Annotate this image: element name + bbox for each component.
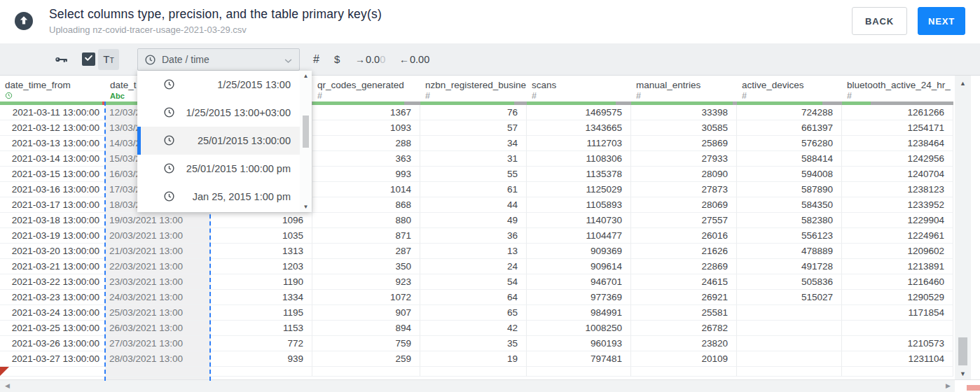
table-cell[interactable]: 1105893: [527, 197, 631, 213]
dropdown-scroll-up-icon[interactable]: ▲: [300, 73, 312, 79]
table-cell[interactable]: 594008: [737, 167, 842, 182]
column-header-manual_entries[interactable]: manual_entries#: [631, 76, 737, 105]
table-cell[interactable]: 2021-03-18 13:00:00: [0, 213, 105, 228]
table-cell[interactable]: 724288: [737, 105, 842, 120]
table-cell[interactable]: 1210573: [842, 336, 953, 351]
table-cell[interactable]: 22869: [631, 259, 737, 274]
table-cell[interactable]: 2021-03-19 13:00:00: [0, 228, 105, 244]
table-cell[interactable]: 21626: [631, 244, 737, 259]
table-cell[interactable]: 1367: [312, 105, 420, 120]
table-cell[interactable]: 2021-03-15 13:00:00: [0, 167, 105, 182]
table-cell[interactable]: 2021-03-12 13:00:00: [0, 120, 105, 136]
table-cell[interactable]: 24: [420, 259, 527, 274]
table-cell[interactable]: 1108306: [527, 151, 631, 167]
table-cell[interactable]: 33398: [631, 105, 737, 120]
table-cell[interactable]: 894: [312, 321, 420, 336]
type-dropdown[interactable]: Date / time: [137, 48, 300, 71]
dropdown-option[interactable]: 1/25/2015 13:00: [137, 71, 312, 99]
vertical-scrollbar[interactable]: ▲ ▼: [955, 76, 971, 382]
table-cell[interactable]: 939: [211, 351, 312, 367]
column-header-qr_codes_generated[interactable]: qr_codes_generated#: [312, 76, 420, 105]
column-header-scans[interactable]: scans#: [527, 76, 631, 105]
table-cell[interactable]: 1153: [211, 321, 312, 336]
dropdown-option[interactable]: Jan 25, 2015 1:00 pm: [137, 183, 312, 211]
table-cell[interactable]: 54: [420, 274, 527, 290]
table-cell[interactable]: 2021-03-17 13:00:00: [0, 197, 105, 213]
table-cell[interactable]: 1072: [312, 290, 420, 305]
table-cell[interactable]: 1035: [211, 228, 312, 244]
table-cell[interactable]: 587890: [737, 182, 842, 197]
table-cell[interactable]: 25/03/2021 13:00: [105, 305, 211, 321]
table-cell[interactable]: 61: [420, 182, 527, 197]
table-cell[interactable]: 1224961: [842, 228, 953, 244]
next-button[interactable]: NEXT: [918, 7, 965, 35]
table-cell[interactable]: 64: [420, 290, 527, 305]
column-header-active_devices[interactable]: active_devices#: [737, 76, 842, 105]
table-cell[interactable]: 27933: [631, 151, 737, 167]
table-cell[interactable]: 584350: [737, 197, 842, 213]
dropdown-option[interactable]: 25/01/2015 13:00:00: [137, 127, 312, 155]
table-cell[interactable]: 2021-03-20 13:00:00: [0, 244, 105, 259]
table-cell[interactable]: 960193: [527, 336, 631, 351]
table-cell[interactable]: [737, 367, 842, 377]
table-cell[interactable]: 1231104: [842, 351, 953, 367]
table-cell[interactable]: 871: [312, 228, 420, 244]
column-header-date_time_from[interactable]: date_time_from: [0, 76, 105, 105]
table-cell[interactable]: 1290529: [842, 290, 953, 305]
table-cell[interactable]: 1008250: [527, 321, 631, 336]
dropdown-scroll-down-icon[interactable]: ▼: [300, 204, 312, 210]
table-cell[interactable]: 26016: [631, 228, 737, 244]
table-cell[interactable]: 759: [312, 336, 420, 351]
table-cell[interactable]: [737, 321, 842, 336]
table-cell[interactable]: 880: [312, 213, 420, 228]
table-cell[interactable]: 259: [312, 351, 420, 367]
table-cell[interactable]: 1238464: [842, 136, 953, 151]
primary-key-icon[interactable]: [53, 52, 69, 70]
table-cell[interactable]: 868: [312, 197, 420, 213]
table-cell[interactable]: 1135378: [527, 167, 631, 182]
table-cell[interactable]: 23820: [631, 336, 737, 351]
table-cell[interactable]: 65: [420, 305, 527, 321]
table-cell[interactable]: 27873: [631, 182, 737, 197]
table-cell[interactable]: 909614: [527, 259, 631, 274]
table-cell[interactable]: [420, 367, 527, 377]
table-cell[interactable]: 1014: [312, 182, 420, 197]
table-cell[interactable]: 1233952: [842, 197, 953, 213]
table-cell[interactable]: [211, 367, 312, 377]
table-cell[interactable]: 26782: [631, 321, 737, 336]
dropdown-scrollbar[interactable]: ▲ ▼: [300, 71, 312, 212]
table-cell[interactable]: 1093: [312, 120, 420, 136]
table-cell[interactable]: 977369: [527, 290, 631, 305]
table-cell[interactable]: 350: [312, 259, 420, 274]
table-cell[interactable]: 588414: [737, 151, 842, 167]
table-cell[interactable]: 24615: [631, 274, 737, 290]
table-cell[interactable]: 24/03/2021 13:00: [105, 290, 211, 305]
table-cell[interactable]: 909369: [527, 244, 631, 259]
table-cell[interactable]: 2021-03-25 13:00:00: [0, 321, 105, 336]
back-button[interactable]: BACK: [852, 7, 907, 35]
table-cell[interactable]: 1261266: [842, 105, 953, 120]
table-cell[interactable]: 2021-03-24 13:00:00: [0, 305, 105, 321]
table-cell[interactable]: 661397: [737, 120, 842, 136]
table-cell[interactable]: 1195: [211, 305, 312, 321]
table-cell[interactable]: 2021-03-26 13:00:00: [0, 336, 105, 351]
table-cell[interactable]: 1334: [211, 290, 312, 305]
table-cell[interactable]: 907: [312, 305, 420, 321]
table-cell[interactable]: 772: [211, 336, 312, 351]
table-cell[interactable]: 923: [312, 274, 420, 290]
increase-decimal-button[interactable]: →0.00: [355, 43, 385, 76]
table-cell[interactable]: 1343665: [527, 120, 631, 136]
dropdown-option[interactable]: 1/25/2015 13:00+03:00: [137, 99, 312, 127]
table-cell[interactable]: 44: [420, 197, 527, 213]
table-cell[interactable]: 582380: [737, 213, 842, 228]
table-cell[interactable]: 1203: [211, 259, 312, 274]
checkbox[interactable]: [82, 52, 95, 66]
vertical-scrollbar-thumb[interactable]: [958, 337, 967, 365]
table-cell[interactable]: 288: [312, 136, 420, 151]
table-cell[interactable]: 1125029: [527, 182, 631, 197]
table-cell[interactable]: 1213891: [842, 259, 953, 274]
table-cell[interactable]: [631, 367, 737, 377]
table-cell[interactable]: 42: [420, 321, 527, 336]
table-cell[interactable]: 21/03/2021 13:00: [105, 244, 211, 259]
table-cell[interactable]: [842, 367, 953, 377]
